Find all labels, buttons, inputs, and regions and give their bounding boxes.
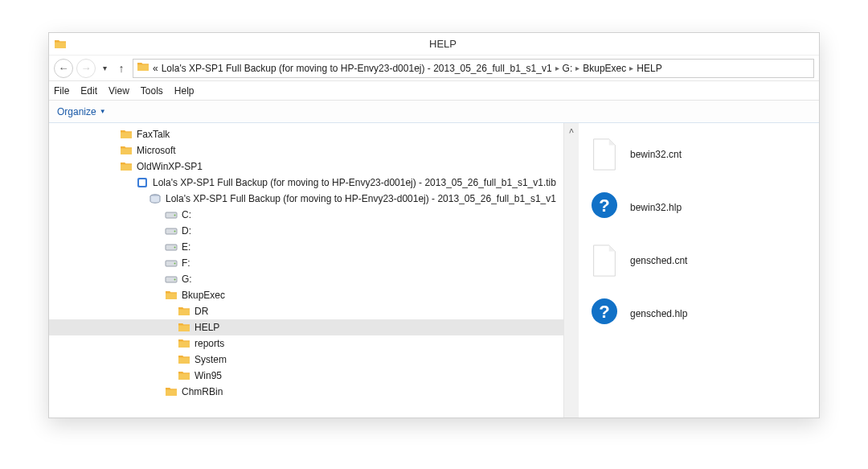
menubar: File Edit View Tools Help	[49, 81, 819, 101]
tree-item-label: C:	[182, 209, 191, 220]
tib-icon	[136, 176, 149, 189]
window-title: HELP	[67, 38, 819, 50]
folder-icon	[120, 144, 133, 157]
file-item[interactable]: bewin32.cnt	[590, 138, 808, 171]
file-label: bewin32.cnt	[630, 149, 682, 160]
image-icon	[149, 192, 162, 205]
titlebar: HELP	[49, 33, 819, 56]
breadcrumb-separator: ▸	[555, 64, 559, 72]
breadcrumb-item[interactable]: G:	[563, 63, 573, 74]
menu-edit[interactable]: Edit	[80, 85, 97, 97]
svg-text:?: ?	[599, 195, 609, 216]
nav-forward-button[interactable]: →	[76, 59, 96, 78]
svg-point-6	[174, 231, 176, 232]
tree-item[interactable]: DR	[49, 303, 563, 319]
svg-text:?: ?	[599, 302, 609, 322]
tree-item[interactable]: OldWinXP-SP1	[49, 158, 563, 175]
chevron-down-icon: ▼	[100, 108, 106, 115]
tree-item[interactable]: D:	[49, 223, 563, 239]
folder-icon	[54, 38, 67, 51]
breadcrumb-separator: ▸	[629, 64, 633, 72]
navbar: ← → ▾ ↑ « Lola's XP-SP1 Full Backup (for…	[49, 56, 819, 81]
folder-icon	[165, 289, 178, 302]
drive-icon	[165, 273, 178, 286]
tree-item[interactable]: C:	[49, 207, 563, 223]
organize-button[interactable]: Organize ▼	[57, 106, 106, 117]
folder-tree[interactable]: FaxTalkMicrosoftOldWinXP-SP1Lola's XP-SP…	[49, 123, 563, 418]
svg-point-4	[174, 215, 176, 216]
menu-file[interactable]: File	[54, 85, 69, 97]
folder-icon	[165, 385, 178, 398]
file-item[interactable]: ?bewin32.hlp	[590, 191, 808, 224]
tree-item-label: F:	[182, 257, 190, 269]
tree-item-label: FaxTalk	[137, 129, 170, 140]
tree-item[interactable]: F:	[49, 255, 563, 271]
tree-item[interactable]: ChmRBin	[49, 384, 563, 400]
folder-icon	[178, 337, 190, 350]
breadcrumb-item[interactable]: Lola's XP-SP1 Full Backup (for moving to…	[162, 63, 552, 74]
tree-item[interactable]: G:	[49, 271, 563, 287]
breadcrumb-prefix: «	[153, 63, 158, 74]
tree-item[interactable]: BkupExec	[49, 287, 563, 303]
breadcrumb-item[interactable]: BkupExec	[583, 63, 626, 74]
breadcrumb-item[interactable]: HELP	[637, 63, 661, 74]
explorer-window: HELP ← → ▾ ↑ « Lola's XP-SP1 Full Backup…	[48, 32, 820, 418]
tree-item-label: Win95	[194, 370, 222, 381]
help-icon: ?	[590, 191, 619, 224]
tree-item-label: G:	[182, 274, 192, 285]
menu-view[interactable]: View	[108, 85, 129, 97]
tree-item[interactable]: System	[49, 352, 563, 368]
drive-icon	[165, 257, 178, 269]
svg-rect-1	[139, 179, 145, 186]
tree-item-label: D:	[182, 225, 191, 237]
tree-item[interactable]: HELP	[49, 319, 563, 335]
menu-help[interactable]: Help	[174, 85, 194, 97]
tree-item[interactable]: FaxTalk	[49, 126, 563, 142]
svg-point-10	[174, 263, 176, 265]
folder-icon	[120, 160, 133, 173]
tree-item[interactable]: Win95	[49, 368, 563, 384]
file-label: gensched.hlp	[630, 308, 687, 319]
tree-item-label: reports	[194, 338, 224, 349]
file-icon	[590, 244, 619, 278]
tree-item-label: DR	[194, 306, 208, 317]
address-bar[interactable]: « Lola's XP-SP1 Full Backup (for moving …	[133, 59, 814, 78]
tree-item-label: E:	[182, 241, 190, 253]
content-area: FaxTalkMicrosoftOldWinXP-SP1Lola's XP-SP…	[49, 123, 819, 418]
folder-icon	[120, 128, 133, 141]
breadcrumb-separator: ▸	[575, 64, 579, 72]
tree-item-label: Microsoft	[137, 145, 176, 156]
tree-item-label: Lola's XP-SP1 Full Backup (for moving to…	[153, 177, 556, 188]
folder-icon	[178, 369, 190, 382]
nav-back-button[interactable]: ←	[54, 59, 73, 78]
file-list[interactable]: bewin32.cnt?bewin32.hlpgensched.cnt?gens…	[578, 123, 819, 418]
tree-item-label: OldWinXP-SP1	[137, 161, 203, 172]
nav-up-button[interactable]: ↑	[113, 60, 129, 76]
file-label: gensched.cnt	[630, 255, 687, 266]
drive-icon	[165, 224, 178, 237]
folder-icon	[178, 353, 190, 366]
tree-scrollbar[interactable]: ʌ	[563, 123, 578, 418]
folder-icon	[178, 305, 190, 318]
scroll-up-icon[interactable]: ʌ	[564, 123, 578, 136]
drive-icon	[165, 208, 178, 221]
folder-icon	[178, 321, 190, 334]
tree-item[interactable]: E:	[49, 239, 563, 255]
tree-item-label: ChmRBin	[182, 386, 223, 397]
file-item[interactable]: ?gensched.hlp	[590, 297, 808, 331]
menu-tools[interactable]: Tools	[141, 85, 163, 97]
file-item[interactable]: gensched.cnt	[590, 244, 808, 278]
drive-icon	[165, 241, 178, 253]
tree-item[interactable]: Microsoft	[49, 142, 563, 158]
tree-item-label: BkupExec	[182, 290, 225, 301]
tree-item-label: System	[194, 354, 227, 365]
tree-item[interactable]: Lola's XP-SP1 Full Backup (for moving to…	[49, 191, 563, 207]
file-icon	[590, 138, 619, 171]
tree-item[interactable]: reports	[49, 335, 563, 352]
folder-icon	[137, 60, 149, 76]
svg-point-12	[174, 279, 176, 281]
tree-item-label: Lola's XP-SP1 Full Backup (for moving to…	[166, 193, 556, 204]
nav-history-dropdown[interactable]: ▾	[99, 59, 110, 78]
toolbar: Organize ▼	[49, 101, 819, 123]
tree-item[interactable]: Lola's XP-SP1 Full Backup (for moving to…	[49, 175, 563, 191]
